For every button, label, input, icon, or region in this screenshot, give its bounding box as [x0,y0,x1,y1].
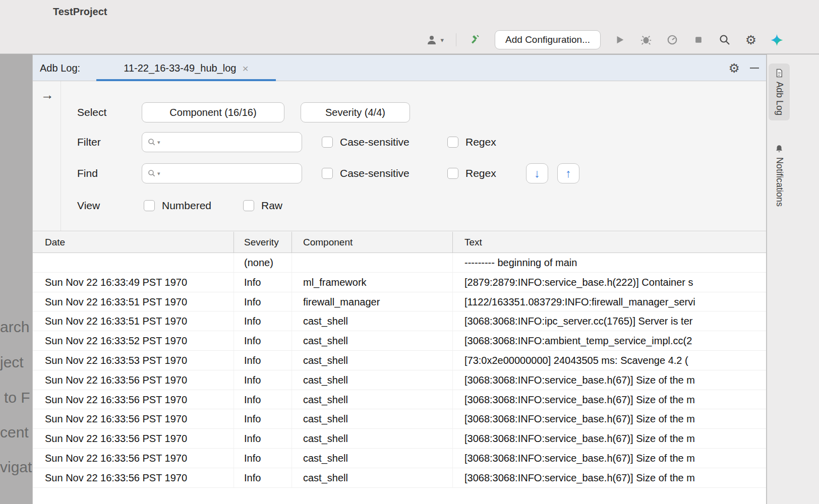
filter-regex-checkbox[interactable]: Regex [447,132,496,152]
table-row[interactable]: Sun Nov 22 16:33:49 PST 1970 Info ml_fra… [33,273,766,292]
cell-component: cast_shell [292,331,453,350]
view-raw-checkbox[interactable]: Raw [243,196,282,216]
adb-log-toolwindow: Adb Log: 11-22_16-33-49_hub_log × ⚙ → Se… [32,54,767,504]
cell-severity: Info [234,331,292,350]
table-row[interactable]: Sun Nov 22 16:33:53 PST 1970 Info cast_s… [33,351,766,370]
find-search-box[interactable]: ▾ [142,163,302,183]
search-icon [147,169,156,178]
table-row[interactable]: Sun Nov 22 16:33:56 PST 1970 Info cast_s… [33,370,766,390]
background-text-fragment: vigat [0,459,32,476]
window-title: TestProject [53,6,107,18]
run-icon[interactable] [613,33,627,47]
log-table-header: Date Severity Component Text [33,232,766,253]
cell-component: cast_shell [292,468,453,487]
toolwindow-title: Adb Log: [40,55,80,81]
find-previous-button[interactable]: ↑ [557,163,579,183]
settings-gear-icon[interactable]: ⚙ [744,33,758,47]
ai-assistant-icon[interactable] [770,33,784,47]
cell-text: [3068:3068:INFO:service_base.h(67)] Size… [453,409,766,428]
cell-severity: Info [234,292,292,311]
toolwindow-tab-notifications[interactable]: Notifications [769,139,790,212]
background-text-fragment: cent [0,424,29,441]
filter-form: → Select Component (16/16) Severity (4/4… [33,81,766,231]
table-row[interactable]: Sun Nov 22 16:33:51 PST 1970 Info firewa… [33,292,766,312]
cell-component: cast_shell [292,429,453,448]
cell-severity: Info [234,390,292,409]
minimize-button[interactable] [750,55,759,81]
table-row[interactable]: Sun Nov 22 16:33:56 PST 1970 Info cast_s… [33,449,766,468]
cell-date: Sun Nov 22 16:33:52 PST 1970 [33,331,234,350]
cell-text: [3068:3068:INFO:ambient_temp_service_imp… [453,331,766,350]
bell-icon [775,144,784,153]
cell-component: cast_shell [292,370,453,390]
screen: TestProject ▾ Add Configuration... [0,0,819,504]
component-filter-button[interactable]: Component (16/16) [142,102,284,122]
filter-input[interactable] [161,137,297,148]
build-hammer-icon[interactable] [469,33,483,47]
arrow-up-icon: ↑ [565,167,571,180]
background-text-fragment: to F [4,389,30,406]
cell-date: Sun Nov 22 16:33:56 PST 1970 [33,409,234,428]
table-row[interactable]: (none) --------- beginning of main [33,253,766,273]
column-header-text[interactable]: Text [453,232,766,253]
cell-date: Sun Nov 22 16:33:53 PST 1970 [33,351,234,370]
cell-severity: Info [234,273,292,292]
cell-date: Sun Nov 22 16:33:56 PST 1970 [33,370,234,390]
chevron-down-icon: ▾ [157,170,160,177]
cell-component: cast_shell [292,311,453,331]
document-icon [775,69,784,78]
find-next-button[interactable]: ↓ [526,163,548,183]
cell-component: firewall_manager [292,292,453,311]
filter-case-sensitive-checkbox[interactable]: Case-sensitive [322,132,410,152]
titlebar: TestProject ▾ Add Configuration... [0,0,819,54]
cell-component: cast_shell [292,409,453,428]
filter-search-box[interactable]: ▾ [142,132,302,152]
cell-component [292,253,453,272]
cell-date: Sun Nov 22 16:33:56 PST 1970 [33,390,234,409]
cell-severity: Info [234,370,292,390]
cell-text: [3068:3068:INFO:service_base.h(67)] Size… [453,449,766,468]
table-row[interactable]: Sun Nov 22 16:33:52 PST 1970 Info cast_s… [33,331,766,351]
find-regex-checkbox[interactable]: Regex [447,163,496,183]
collapse-arrow-icon[interactable]: → [41,88,54,101]
find-case-sensitive-checkbox[interactable]: Case-sensitive [322,163,410,183]
column-header-severity[interactable]: Severity [234,232,292,253]
gear-icon: ⚙ [729,62,740,75]
toolwindow-tab-adb-log[interactable]: Adb Log [769,64,790,120]
toolbar-divider [456,33,456,46]
search-icon [147,138,156,147]
right-toolwindow-bar: Adb Log Notifications [767,54,819,504]
table-row[interactable]: Sun Nov 22 16:33:56 PST 1970 Info cast_s… [33,468,766,488]
find-input[interactable] [161,168,297,179]
cell-text: --------- beginning of main [453,253,766,272]
chevron-down-icon: ▾ [157,139,160,146]
toolwindow-tab-label: Adb Log [774,82,785,115]
checkbox-icon [447,137,458,148]
cell-text: [3068:3068:INFO:service_base.h(67)] Size… [453,429,766,448]
checkbox-icon [447,168,458,179]
add-configuration-button[interactable]: Add Configuration... [495,30,601,49]
profiler-icon[interactable] [665,33,679,47]
debug-icon[interactable] [639,33,653,47]
table-row[interactable]: Sun Nov 22 16:33:56 PST 1970 Info cast_s… [33,409,766,429]
panel-settings-button[interactable]: ⚙ [729,55,740,81]
search-everywhere-icon[interactable] [718,33,732,47]
column-header-date[interactable]: Date [33,232,234,253]
table-row[interactable]: Sun Nov 22 16:33:56 PST 1970 Info cast_s… [33,429,766,449]
table-row[interactable]: Sun Nov 22 16:33:56 PST 1970 Info cast_s… [33,390,766,410]
close-icon[interactable]: × [242,63,248,74]
cell-text: [3068:3068:INFO:service_base.h(67)] Size… [453,468,766,487]
view-numbered-checkbox[interactable]: Numbered [144,196,211,216]
column-header-component[interactable]: Component [292,232,453,253]
toolwindow-tab-label: Notifications [774,157,785,207]
cell-text: [3068:3068:INFO:service_base.h(67)] Size… [453,390,766,409]
chevron-down-icon: ▾ [441,36,444,44]
stop-icon[interactable] [691,33,706,47]
cell-text: [3068:3068:INFO:service_base.h(67)] Size… [453,370,766,390]
table-row[interactable]: Sun Nov 22 16:33:51 PST 1970 Info cast_s… [33,311,766,331]
background-text-fragment: arch [0,319,29,336]
cell-date: Sun Nov 22 16:33:56 PST 1970 [33,429,234,448]
severity-filter-button[interactable]: Severity (4/4) [301,102,410,122]
log-file-tab[interactable]: 11-22_16-33-49_hub_log × [96,55,276,81]
user-profile-button[interactable]: ▾ [425,33,444,47]
